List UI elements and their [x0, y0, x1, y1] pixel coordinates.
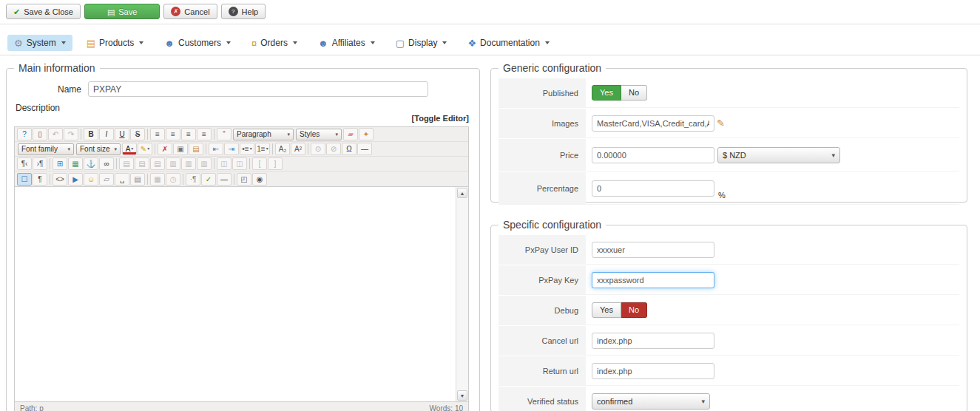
bold-icon[interactable]: B [84, 128, 98, 140]
scroll-up-icon[interactable]: ▲ [457, 188, 467, 198]
show-blocks-icon[interactable]: ¶ [33, 173, 47, 186]
menu-item-system[interactable]: ⚙System [7, 35, 72, 51]
cancel-url-row: Cancel url [499, 326, 959, 356]
abbr-icon[interactable]: ] [268, 157, 283, 170]
copy-icon[interactable]: ▣ [173, 143, 188, 155]
insert-layer-icon[interactable]: ▱ [99, 173, 114, 186]
blockquote-icon[interactable]: “ [217, 128, 232, 140]
insert-image-icon[interactable]: ▦ [68, 157, 83, 170]
highlight-color-icon[interactable]: ✎▾ [138, 143, 152, 155]
font-family-select[interactable]: Font family▾ [18, 143, 74, 155]
paragraph-format-select[interactable]: Paragraph▾ [233, 129, 294, 140]
menu-item-orders[interactable]: ¤Orders [245, 35, 304, 51]
published-yes-button[interactable]: Yes [592, 85, 621, 101]
styles-select[interactable]: Styles▾ [296, 129, 342, 140]
font-size-select[interactable]: Font size▾ [76, 143, 121, 155]
scroll-down-icon[interactable]: ▼ [457, 390, 467, 401]
insert-media-icon[interactable]: ▶ [68, 173, 83, 186]
paragraph-ltr-icon[interactable]: ¶‹ [17, 157, 32, 170]
editor-scrollbar[interactable]: ▲ ▼ [456, 187, 468, 401]
cancel-url-input[interactable] [592, 333, 714, 349]
menu-item-display[interactable]: ▢Display [389, 35, 454, 51]
align-left-icon[interactable]: ≡ [150, 128, 165, 140]
visual-control-chars-icon[interactable]: ·¶ [186, 173, 200, 186]
outdent-icon[interactable]: ⇤ [209, 143, 223, 155]
text-color-icon[interactable]: A▾ [122, 143, 137, 155]
replace-icon[interactable]: ⊘ [326, 143, 341, 155]
menu-item-customers[interactable]: ☻Customers [158, 35, 237, 51]
horizontal-rule-icon[interactable]: — [357, 143, 372, 155]
table-delete-row-icon[interactable]: ▤ [150, 157, 165, 170]
show-invisible-icon[interactable]: ☐ [17, 173, 32, 186]
help-icon[interactable]: ? [17, 128, 32, 140]
special-character-icon[interactable]: Ω [342, 143, 356, 155]
edit-images-icon[interactable]: ✎ [717, 118, 725, 129]
currency-select[interactable]: $ NZD ▾ [717, 147, 840, 163]
numbered-list-icon[interactable]: 1≡▾ [255, 143, 270, 155]
cancel-button[interactable]: ✗ Cancel [163, 4, 217, 19]
split-cells-icon[interactable]: ◫ [217, 157, 232, 170]
remove-format-icon[interactable]: ▰ [343, 128, 358, 140]
cleanup-icon[interactable]: ✦ [359, 128, 374, 140]
anchor-icon[interactable]: ⚓ [84, 157, 98, 170]
toolbar-separator [308, 143, 308, 154]
table-col-after-icon[interactable]: ▥ [181, 157, 196, 170]
align-justify-icon[interactable]: ≡ [197, 128, 212, 140]
paragraph-rtl-icon[interactable]: ›¶ [33, 157, 47, 170]
insert-date-icon[interactable]: ▦ [150, 173, 165, 186]
preview-icon[interactable]: ◉ [252, 173, 267, 186]
subscript-icon[interactable]: A₂ [275, 143, 290, 155]
percentage-input[interactable] [592, 180, 714, 197]
table-delete-col-icon[interactable]: ▥ [197, 157, 212, 170]
return-url-input[interactable] [592, 363, 714, 379]
menu-item-affiliates[interactable]: ☻Affiliates [311, 35, 382, 51]
save-button[interactable]: ▤ Save [84, 4, 160, 19]
binoculars-icon[interactable]: ∞ [99, 157, 114, 170]
indent-icon[interactable]: ⇥ [224, 143, 239, 155]
emotions-icon[interactable]: ☺ [84, 173, 98, 186]
superscript-icon[interactable]: A² [291, 143, 305, 155]
paste-icon[interactable]: ▤ [189, 143, 203, 155]
nonbreaking-icon[interactable]: ␣ [115, 173, 129, 186]
redo-icon[interactable]: ↷ [64, 128, 78, 140]
align-center-icon[interactable]: ≡ [166, 128, 180, 140]
images-input[interactable] [592, 115, 714, 132]
spellchecker-icon[interactable]: ✓ [201, 173, 216, 186]
published-no-button[interactable]: No [621, 85, 647, 101]
find-icon[interactable]: ⊙ [311, 143, 325, 155]
edit-html-icon[interactable]: <> [53, 173, 67, 186]
align-right-icon[interactable]: ≡ [181, 128, 196, 140]
italic-icon[interactable]: I [99, 128, 114, 140]
price-input[interactable] [592, 147, 714, 163]
table-row-before-icon[interactable]: ▤ [119, 157, 134, 170]
page-content: Main information Name Description [Toggl… [0, 55, 980, 411]
debug-no-button[interactable]: No [621, 302, 647, 318]
menu-item-products[interactable]: ▤Products [80, 35, 151, 51]
monitor-icon: ▢ [396, 38, 405, 48]
editor-content-area[interactable] [15, 187, 456, 401]
help-button[interactable]: ? Help [221, 4, 266, 19]
new-document-icon[interactable]: ▯ [33, 128, 47, 140]
cut-icon[interactable]: ✗ [158, 143, 172, 155]
debug-yes-button[interactable]: Yes [592, 302, 621, 318]
template-icon[interactable]: ▤ [130, 173, 145, 186]
save-close-button[interactable]: ✔ Save & Close [6, 4, 81, 19]
table-row-after-icon[interactable]: ▤ [135, 157, 149, 170]
insert-time-icon[interactable]: ◷ [166, 173, 180, 186]
table-col-before-icon[interactable]: ▥ [166, 157, 180, 170]
toggle-editor-link[interactable]: [Toggle Editor] [412, 114, 469, 123]
undo-icon[interactable]: ↶ [48, 128, 63, 140]
pxpay-user-id-input[interactable] [592, 242, 714, 258]
fullscreen-icon[interactable]: ◰ [237, 173, 251, 186]
pxpay-key-input[interactable] [592, 272, 714, 288]
insert-table-icon[interactable]: ⊞ [53, 157, 67, 170]
bullet-list-icon[interactable]: •≡▾ [240, 143, 254, 155]
menu-item-documentation[interactable]: ❖Documentation [461, 35, 555, 51]
underline-icon[interactable]: U [115, 128, 129, 140]
cite-icon[interactable]: [ [252, 157, 267, 170]
strikethrough-icon[interactable]: S [130, 128, 145, 140]
merge-cells-icon[interactable]: ◫ [232, 157, 247, 170]
name-input[interactable] [88, 81, 428, 97]
verified-status-select[interactable]: confirmed ▾ [592, 393, 710, 410]
advanced-hr-icon[interactable]: — [217, 173, 232, 186]
